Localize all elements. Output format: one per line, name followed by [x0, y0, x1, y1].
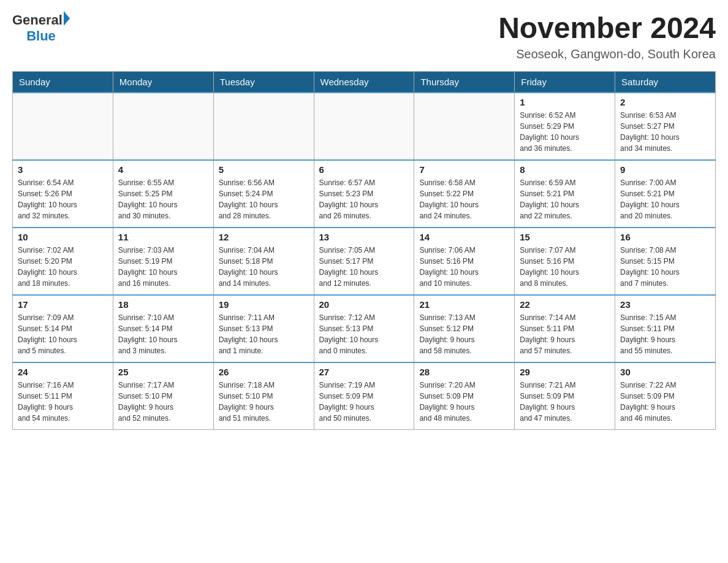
day-number: 17	[18, 299, 108, 310]
day-number: 23	[620, 299, 710, 310]
day-number: 21	[419, 299, 509, 310]
day-info: Sunrise: 7:02 AM Sunset: 5:20 PM Dayligh…	[18, 245, 108, 289]
calendar-cell: 13Sunrise: 7:05 AM Sunset: 5:17 PM Dayli…	[314, 228, 414, 295]
weekday-header-wednesday: Wednesday	[314, 71, 414, 93]
calendar-cell: 9Sunrise: 7:00 AM Sunset: 5:21 PM Daylig…	[615, 160, 716, 228]
day-number: 27	[319, 367, 409, 377]
calendar-week-row-4: 17Sunrise: 7:09 AM Sunset: 5:14 PM Dayli…	[13, 295, 716, 362]
logo-general-text: General	[12, 12, 63, 28]
day-info: Sunrise: 7:19 AM Sunset: 5:09 PM Dayligh…	[319, 380, 409, 424]
month-year-title: November 2024	[498, 12, 716, 45]
weekday-header-row: SundayMondayTuesdayWednesdayThursdayFrid…	[13, 71, 716, 93]
day-info: Sunrise: 7:08 AM Sunset: 5:15 PM Dayligh…	[620, 245, 710, 289]
calendar-cell: 17Sunrise: 7:09 AM Sunset: 5:14 PM Dayli…	[13, 295, 113, 362]
calendar-cell: 20Sunrise: 7:12 AM Sunset: 5:13 PM Dayli…	[314, 295, 414, 362]
calendar-cell: 4Sunrise: 6:55 AM Sunset: 5:25 PM Daylig…	[113, 160, 213, 228]
day-number: 6	[319, 164, 409, 175]
calendar-cell: 3Sunrise: 6:54 AM Sunset: 5:26 PM Daylig…	[13, 160, 113, 228]
day-number: 13	[319, 232, 409, 242]
calendar-cell: 2Sunrise: 6:53 AM Sunset: 5:27 PM Daylig…	[615, 93, 716, 160]
calendar-cell: 28Sunrise: 7:20 AM Sunset: 5:09 PM Dayli…	[414, 362, 515, 430]
calendar-cell: 8Sunrise: 6:59 AM Sunset: 5:21 PM Daylig…	[515, 160, 615, 228]
day-number: 5	[219, 164, 309, 175]
logo-blue-text: Blue	[12, 28, 70, 44]
day-info: Sunrise: 7:09 AM Sunset: 5:14 PM Dayligh…	[18, 312, 108, 356]
day-number: 2	[620, 97, 710, 107]
day-number: 3	[18, 164, 108, 175]
calendar-cell: 24Sunrise: 7:16 AM Sunset: 5:11 PM Dayli…	[13, 362, 113, 430]
calendar-cell: 26Sunrise: 7:18 AM Sunset: 5:10 PM Dayli…	[213, 362, 314, 430]
day-number: 1	[520, 97, 610, 107]
calendar-cell: 27Sunrise: 7:19 AM Sunset: 5:09 PM Dayli…	[314, 362, 414, 430]
day-info: Sunrise: 6:57 AM Sunset: 5:23 PM Dayligh…	[319, 177, 409, 221]
day-info: Sunrise: 6:52 AM Sunset: 5:29 PM Dayligh…	[520, 110, 610, 154]
calendar-cell: 7Sunrise: 6:58 AM Sunset: 5:22 PM Daylig…	[414, 160, 515, 228]
logo-arrow-icon	[64, 11, 70, 26]
page-header: General Blue November 2024 Seoseok, Gang…	[12, 12, 716, 61]
calendar-cell: 23Sunrise: 7:15 AM Sunset: 5:11 PM Dayli…	[615, 295, 716, 362]
day-number: 29	[520, 367, 610, 377]
calendar-cell: 6Sunrise: 6:57 AM Sunset: 5:23 PM Daylig…	[314, 160, 414, 228]
day-info: Sunrise: 6:59 AM Sunset: 5:21 PM Dayligh…	[520, 177, 610, 221]
calendar-cell: 10Sunrise: 7:02 AM Sunset: 5:20 PM Dayli…	[13, 228, 113, 295]
day-info: Sunrise: 7:07 AM Sunset: 5:16 PM Dayligh…	[520, 245, 610, 289]
day-number: 25	[118, 367, 208, 377]
day-info: Sunrise: 7:06 AM Sunset: 5:16 PM Dayligh…	[419, 245, 509, 289]
calendar-cell: 22Sunrise: 7:14 AM Sunset: 5:11 PM Dayli…	[515, 295, 615, 362]
calendar-cell: 29Sunrise: 7:21 AM Sunset: 5:09 PM Dayli…	[515, 362, 615, 430]
calendar-week-row-2: 3Sunrise: 6:54 AM Sunset: 5:26 PM Daylig…	[13, 160, 716, 228]
calendar-week-row-5: 24Sunrise: 7:16 AM Sunset: 5:11 PM Dayli…	[13, 362, 716, 430]
calendar-cell	[13, 93, 113, 160]
day-info: Sunrise: 6:55 AM Sunset: 5:25 PM Dayligh…	[118, 177, 208, 221]
day-number: 10	[18, 232, 108, 242]
day-info: Sunrise: 7:15 AM Sunset: 5:11 PM Dayligh…	[620, 312, 710, 356]
day-number: 16	[620, 232, 710, 242]
calendar-cell: 15Sunrise: 7:07 AM Sunset: 5:16 PM Dayli…	[515, 228, 615, 295]
day-info: Sunrise: 6:54 AM Sunset: 5:26 PM Dayligh…	[18, 177, 108, 221]
day-info: Sunrise: 7:14 AM Sunset: 5:11 PM Dayligh…	[520, 312, 610, 356]
day-info: Sunrise: 7:04 AM Sunset: 5:18 PM Dayligh…	[219, 245, 309, 289]
day-number: 11	[118, 232, 208, 242]
day-number: 4	[118, 164, 208, 175]
day-number: 14	[419, 232, 509, 242]
day-info: Sunrise: 7:00 AM Sunset: 5:21 PM Dayligh…	[620, 177, 710, 221]
weekday-header-monday: Monday	[113, 71, 213, 93]
day-number: 26	[219, 367, 309, 377]
weekday-header-saturday: Saturday	[615, 71, 716, 93]
day-info: Sunrise: 7:03 AM Sunset: 5:19 PM Dayligh…	[118, 245, 208, 289]
day-info: Sunrise: 7:12 AM Sunset: 5:13 PM Dayligh…	[319, 312, 409, 356]
day-number: 24	[18, 367, 108, 377]
day-info: Sunrise: 7:11 AM Sunset: 5:13 PM Dayligh…	[219, 312, 309, 356]
weekday-header-thursday: Thursday	[414, 71, 515, 93]
day-number: 12	[219, 232, 309, 242]
day-info: Sunrise: 6:53 AM Sunset: 5:27 PM Dayligh…	[620, 110, 710, 154]
calendar-cell: 30Sunrise: 7:22 AM Sunset: 5:09 PM Dayli…	[615, 362, 716, 430]
calendar-cell: 1Sunrise: 6:52 AM Sunset: 5:29 PM Daylig…	[515, 93, 615, 160]
calendar-cell: 12Sunrise: 7:04 AM Sunset: 5:18 PM Dayli…	[213, 228, 314, 295]
day-number: 19	[219, 299, 309, 310]
day-number: 28	[419, 367, 509, 377]
calendar-cell	[314, 93, 414, 160]
day-number: 8	[520, 164, 610, 175]
calendar-cell: 19Sunrise: 7:11 AM Sunset: 5:13 PM Dayli…	[213, 295, 314, 362]
calendar-cell: 25Sunrise: 7:17 AM Sunset: 5:10 PM Dayli…	[113, 362, 213, 430]
day-info: Sunrise: 7:17 AM Sunset: 5:10 PM Dayligh…	[118, 380, 208, 424]
day-info: Sunrise: 6:56 AM Sunset: 5:24 PM Dayligh…	[219, 177, 309, 221]
day-number: 15	[520, 232, 610, 242]
calendar-cell	[113, 93, 213, 160]
calendar-week-row-1: 1Sunrise: 6:52 AM Sunset: 5:29 PM Daylig…	[13, 93, 716, 160]
location-subtitle: Seoseok, Gangwon-do, South Korea	[498, 47, 716, 61]
day-info: Sunrise: 7:22 AM Sunset: 5:09 PM Dayligh…	[620, 380, 710, 424]
calendar-cell: 16Sunrise: 7:08 AM Sunset: 5:15 PM Dayli…	[615, 228, 716, 295]
weekday-header-tuesday: Tuesday	[213, 71, 314, 93]
calendar-cell: 5Sunrise: 6:56 AM Sunset: 5:24 PM Daylig…	[213, 160, 314, 228]
calendar-cell	[414, 93, 515, 160]
weekday-header-sunday: Sunday	[13, 71, 113, 93]
logo: General Blue	[12, 12, 70, 44]
day-info: Sunrise: 7:13 AM Sunset: 5:12 PM Dayligh…	[419, 312, 509, 356]
day-info: Sunrise: 7:16 AM Sunset: 5:11 PM Dayligh…	[18, 380, 108, 424]
weekday-header-friday: Friday	[515, 71, 615, 93]
calendar-cell: 14Sunrise: 7:06 AM Sunset: 5:16 PM Dayli…	[414, 228, 515, 295]
calendar-cell: 21Sunrise: 7:13 AM Sunset: 5:12 PM Dayli…	[414, 295, 515, 362]
day-info: Sunrise: 7:20 AM Sunset: 5:09 PM Dayligh…	[419, 380, 509, 424]
